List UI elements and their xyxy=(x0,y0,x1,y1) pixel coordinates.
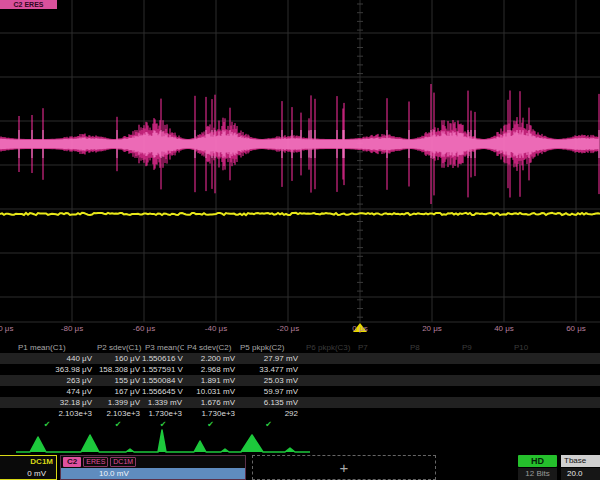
param-header-2[interactable]: P2 sdev(C1) xyxy=(94,343,142,352)
measure-value: 25.03 mV xyxy=(237,376,300,385)
measure-value: 1.730e+3 xyxy=(184,409,237,418)
param-header-5[interactable]: P5 pkpk(C2) xyxy=(237,343,300,352)
measure-table-row: 474 μV167 μV1.556645 V10.031 mV59.97 mV xyxy=(0,386,600,397)
add-trace-button[interactable]: + xyxy=(252,455,436,480)
status-check-icon: ✔ xyxy=(237,420,300,429)
param-header-9[interactable]: P9 xyxy=(456,343,508,352)
param-header-6[interactable]: P6 pkpk(C3) xyxy=(300,343,352,352)
measure-value: 1.676 mV xyxy=(184,398,237,407)
measure-value: 1.339 mV xyxy=(142,398,184,407)
measure-value: 32.18 μV xyxy=(0,398,94,407)
measure-value: 440 μV xyxy=(0,354,94,363)
measure-table-row: 363.98 μV158.308 μV1.557591 V2.968 mV33.… xyxy=(0,364,600,375)
measure-value: 6.135 mV xyxy=(237,398,300,407)
param-header-3[interactable]: P3 mean(C2) xyxy=(142,343,184,352)
measure-value: 1.399 μV xyxy=(94,398,142,407)
measure-table-header-row: P1 mean(C1)P2 sdev(C1)P3 mean(C2)P4 sdev… xyxy=(0,341,600,353)
hd-mode-badge[interactable]: HD xyxy=(518,455,557,467)
measure-value: 474 μV xyxy=(0,387,94,396)
time-axis-label: -20 μs xyxy=(277,324,299,333)
measure-value: 59.97 mV xyxy=(237,387,300,396)
measure-value: 1.891 mV xyxy=(184,376,237,385)
measure-value: 1.550616 V xyxy=(142,354,184,363)
time-axis: -100 μs-80 μs-60 μs-40 μs-20 μs0 μs20 μs… xyxy=(0,323,600,339)
measure-value: 1.557591 V xyxy=(142,365,184,374)
time-axis-label: -40 μs xyxy=(205,324,227,333)
timebase-value: 20.0 xyxy=(561,468,600,480)
param-header-7[interactable]: P7 xyxy=(352,343,404,352)
time-axis-label: -80 μs xyxy=(61,324,83,333)
measure-value: 167 μV xyxy=(94,387,142,396)
time-axis-label: 40 μs xyxy=(494,324,514,333)
c2-coupling-label: DC1M xyxy=(110,457,136,467)
measure-value: 33.477 mV xyxy=(237,365,300,374)
c1-scale-label: 0 mV xyxy=(0,468,56,479)
measure-table-row: 440 μV160 μV1.550616 V2.200 mV27.97 mV xyxy=(0,353,600,364)
measure-value: 363.98 μV xyxy=(0,365,94,374)
measure-histogram-trace xyxy=(16,430,310,452)
measure-table-row: 32.18 μV1.399 μV1.339 mV1.676 mV6.135 mV xyxy=(0,397,600,408)
status-check-icon: ✔ xyxy=(94,420,142,429)
measure-value: 2.103e+3 xyxy=(0,409,94,418)
param-header-4[interactable]: P4 sdev(C2) xyxy=(184,343,237,352)
c2-waveform-core xyxy=(0,130,599,158)
c2-badge: C2 xyxy=(63,457,81,467)
measure-value: 1.730e+3 xyxy=(142,409,184,418)
measure-value: 2.103e+3 xyxy=(94,409,142,418)
status-check-icon: ✔ xyxy=(142,420,184,429)
channel-descriptor-c2[interactable]: C2 ERES DC1M 10.0 mV xyxy=(60,455,246,480)
measure-table-row: 263 μV155 μV1.550084 V1.891 mV25.03 mV xyxy=(0,375,600,386)
time-axis-label: 0 μs xyxy=(352,324,367,333)
c1-coupling-label: DC1M xyxy=(0,456,56,468)
channel-descriptor-c1[interactable]: DC1M 0 mV xyxy=(0,455,57,480)
param-header-10[interactable]: P10 xyxy=(508,343,560,352)
measure-value: 2.200 mV xyxy=(184,354,237,363)
measure-value: 263 μV xyxy=(0,376,94,385)
measure-value: 1.556645 V xyxy=(142,387,184,396)
c2-scale-label: 10.0 mV xyxy=(61,468,245,479)
measure-value: 10.031 mV xyxy=(184,387,237,396)
bottom-bar: DC1M 0 mV C2 ERES DC1M 10.0 mV + HD 12 B… xyxy=(0,455,600,480)
measure-value: 160 μV xyxy=(94,354,142,363)
measure-value: 155 μV xyxy=(94,376,142,385)
time-axis-label: 20 μs xyxy=(422,324,442,333)
measure-value: 2.968 mV xyxy=(184,365,237,374)
measure-table: P1 mean(C1)P2 sdev(C1)P3 mean(C2)P4 sdev… xyxy=(0,341,600,430)
timebase-title: Tbase xyxy=(561,455,600,467)
c1-waveform-trace xyxy=(0,213,600,215)
param-header-1[interactable]: P1 mean(C1) xyxy=(0,343,94,352)
param-header-8[interactable]: P8 xyxy=(404,343,456,352)
c2-mode-label: ERES xyxy=(83,457,108,467)
measure-table-row: 2.103e+32.103e+31.730e+31.730e+3292 xyxy=(0,408,600,419)
measure-status-row: ✔✔✔✔✔ xyxy=(0,419,600,430)
status-check-icon: ✔ xyxy=(184,420,237,429)
trace-label-badge[interactable]: C2 ERES xyxy=(0,0,57,9)
timebase-descriptor[interactable]: Tbase 20.0 xyxy=(561,455,600,480)
status-check-icon: ✔ xyxy=(0,420,94,429)
hd-bits-label: 12 Bits xyxy=(518,468,557,480)
measure-value: 27.97 mV xyxy=(237,354,300,363)
measure-value: 158.308 μV xyxy=(94,365,142,374)
time-axis-label: 60 μs xyxy=(566,324,586,333)
time-axis-label: -60 μs xyxy=(133,324,155,333)
time-axis-label: -100 μs xyxy=(0,324,13,333)
measure-value: 292 xyxy=(237,409,300,418)
measure-value: 1.550084 V xyxy=(142,376,184,385)
oscilloscope-screen: C2 ERES -100 μs-80 μs-60 μs-40 μs-20 μs0… xyxy=(0,0,600,480)
